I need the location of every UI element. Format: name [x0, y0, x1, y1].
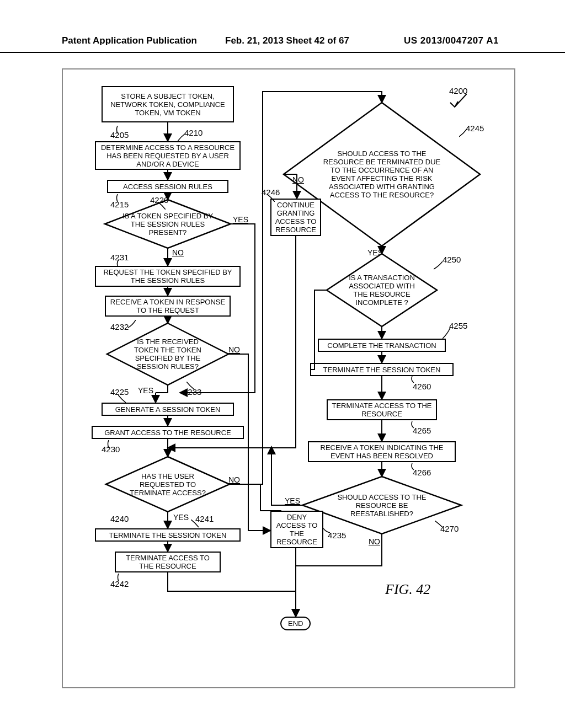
figure-frame: STORE A SUBJECT TOKEN, NETWORK TOKEN, CO… [62, 68, 515, 688]
header-mid: Feb. 21, 2013 Sheet 42 of 67 [225, 35, 349, 46]
header-right: US 2013/0047207 A1 [404, 35, 499, 46]
header-bar: Patent Application Publication Feb. 21, … [0, 35, 565, 53]
connectors [63, 69, 514, 687]
header-left: Patent Application Publication [62, 35, 197, 46]
flowchart: STORE A SUBJECT TOKEN, NETWORK TOKEN, CO… [63, 69, 514, 687]
